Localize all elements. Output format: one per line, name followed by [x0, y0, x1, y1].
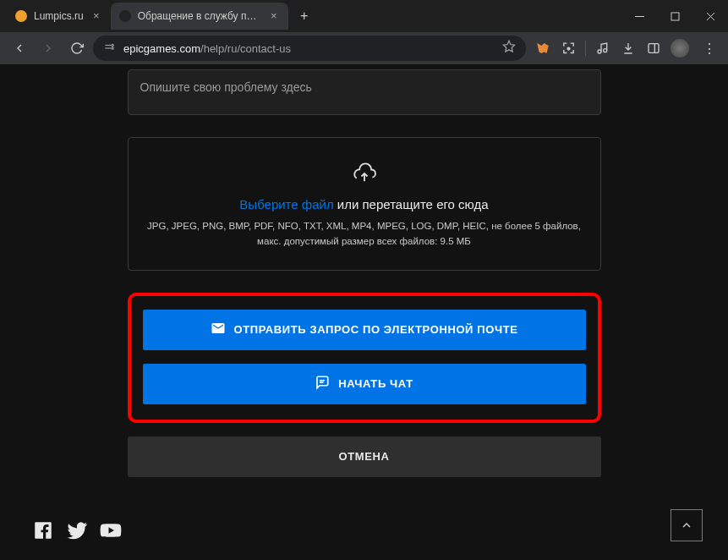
action-buttons-highlight: ОТПРАВИТЬ ЗАПРОС ПО ЭЛЕКТРОННОЙ ПОЧТЕ НА… [128, 293, 601, 423]
button-label: ОТПРАВИТЬ ЗАПРОС ПО ЭЛЕКТРОННОЙ ПОЧТЕ [234, 323, 518, 336]
tab-title: Обращение в службу поддер [138, 10, 261, 22]
chat-icon [315, 375, 330, 393]
button-label: ОТМЕНА [339, 450, 390, 463]
send-email-button[interactable]: ОТПРАВИТЬ ЗАПРОС ПО ЭЛЕКТРОННОЙ ПОЧТЕ [143, 310, 586, 350]
svg-point-9 [567, 47, 570, 50]
upload-instruction: Выберите файл или перетащите его сюда [145, 197, 583, 211]
favicon-lumpics [15, 10, 27, 22]
page-viewport: Опишите свою проблему здесь Выберите фай… [0, 64, 728, 560]
placeholder-text: Опишите свою проблему здесь [140, 80, 312, 94]
extensions-puzzle-icon[interactable] [560, 40, 577, 57]
contact-form: Опишите свою проблему здесь Выберите фай… [128, 69, 601, 553]
maximize-button[interactable] [657, 0, 692, 32]
favicon-epic [119, 10, 131, 22]
extension-icons [529, 39, 694, 58]
upload-formats-text: JPG, JPEG, PNG, BMP, PDF, NFO, TXT, XML,… [145, 218, 583, 250]
tab-epicgames[interactable]: Обращение в службу поддер × [111, 3, 288, 30]
browser-tabs: Lumpics.ru × Обращение в службу поддер ×… [7, 3, 621, 30]
new-tab-button[interactable]: + [293, 5, 315, 27]
downloads-icon[interactable] [620, 40, 637, 57]
window-controls [621, 0, 728, 32]
profile-avatar[interactable] [671, 39, 689, 58]
reload-button[interactable] [64, 36, 90, 61]
browser-toolbar: epicgames.com/help/ru/contact-us ⋮ [0, 32, 728, 64]
site-settings-icon[interactable] [103, 42, 115, 54]
extension-metamask-icon[interactable] [534, 40, 551, 57]
svg-marker-8 [503, 41, 514, 52]
browser-menu-button[interactable]: ⋮ [698, 41, 721, 57]
svg-point-6 [112, 44, 113, 46]
media-control-icon[interactable] [594, 40, 611, 57]
facebook-icon[interactable] [32, 519, 54, 541]
divider [585, 41, 586, 56]
svg-point-7 [112, 47, 113, 49]
youtube-icon[interactable] [100, 519, 122, 541]
url-text: epicgames.com/help/ru/contact-us [123, 42, 291, 55]
back-to-top-button[interactable] [671, 509, 703, 541]
tab-title: Lumpics.ru [34, 10, 84, 22]
window-close-button[interactable] [692, 0, 728, 32]
address-bar[interactable]: epicgames.com/help/ru/contact-us [93, 36, 526, 61]
close-icon[interactable]: × [90, 10, 102, 22]
svg-point-10 [598, 50, 601, 53]
forward-button[interactable] [36, 36, 61, 61]
button-label: НАЧАТЬ ЧАТ [338, 377, 413, 390]
svg-point-11 [604, 49, 607, 52]
bookmark-star-icon[interactable] [502, 40, 516, 57]
start-chat-button[interactable]: НАЧАТЬ ЧАТ [143, 364, 586, 404]
tab-lumpics[interactable]: Lumpics.ru × [7, 3, 111, 30]
twitter-icon[interactable] [66, 519, 88, 541]
choose-file-link[interactable]: Выберите файл [239, 197, 333, 211]
problem-description-textarea[interactable]: Опишите свою проблему здесь [128, 69, 601, 115]
back-button[interactable] [7, 36, 32, 61]
upload-icon [145, 162, 583, 185]
footer-social-links [32, 519, 122, 541]
svg-rect-12 [649, 44, 659, 53]
close-icon[interactable]: × [268, 10, 280, 22]
file-upload-dropzone[interactable]: Выберите файл или перетащите его сюда JP… [128, 137, 601, 271]
window-titlebar: Lumpics.ru × Обращение в службу поддер ×… [0, 0, 728, 32]
mail-icon [211, 321, 226, 338]
cancel-button[interactable]: ОТМЕНА [128, 436, 601, 477]
svg-rect-1 [671, 13, 679, 20]
side-panel-icon[interactable] [645, 40, 662, 57]
minimize-button[interactable] [621, 0, 657, 32]
